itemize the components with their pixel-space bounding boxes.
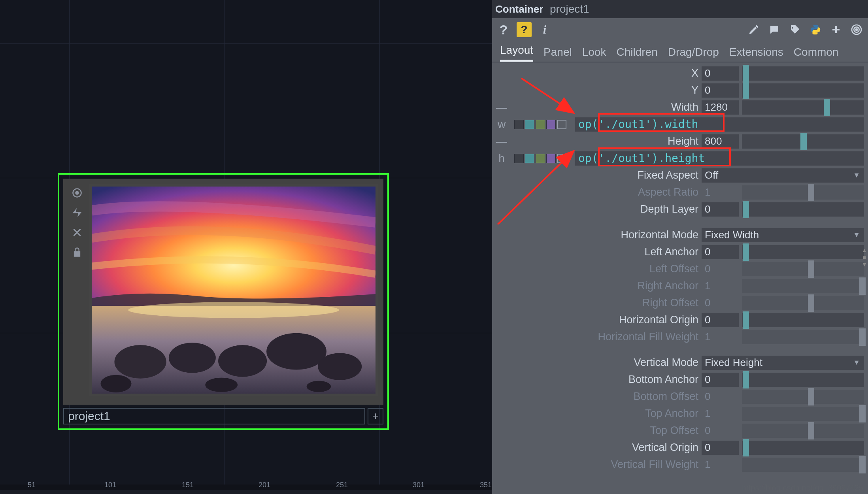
node-viewer	[89, 184, 378, 396]
network-viewport[interactable]: project1 + 51 101 151 201 251 301 351	[0, 0, 492, 490]
target-icon[interactable]	[849, 22, 864, 37]
v-origin[interactable]	[702, 441, 739, 455]
h-origin[interactable]	[702, 313, 739, 327]
x-slider[interactable]	[742, 66, 864, 81]
timeline-ruler: 51 101 151 201 251 301 351	[0, 485, 492, 490]
bypass-icon[interactable]	[68, 204, 86, 221]
hmode-select[interactable]: Fixed Width▼	[702, 228, 864, 242]
y-value[interactable]	[702, 83, 739, 98]
panel-header: Container project1	[492, 0, 868, 18]
svg-point-1	[76, 192, 79, 194]
w-mode-swatches[interactable]	[514, 120, 566, 129]
tab-panel[interactable]: Panel	[543, 46, 572, 62]
height-slider[interactable]	[742, 134, 864, 149]
x-value[interactable]	[702, 66, 739, 81]
svg-point-9	[218, 345, 267, 377]
h-mode-swatches[interactable]	[514, 154, 566, 163]
aspect-value: 1	[702, 185, 739, 199]
scroll-affordance[interactable]: ▲■▼	[861, 247, 868, 271]
svg-point-6	[128, 302, 339, 318]
svg-point-12	[101, 375, 132, 392]
svg-point-14	[307, 381, 331, 392]
tab-common[interactable]: Common	[794, 46, 839, 62]
info-icon[interactable]: i	[537, 22, 552, 37]
width-slider[interactable]	[742, 100, 864, 115]
fixed-aspect-select[interactable]: Off▼	[702, 168, 864, 183]
svg-point-13	[205, 378, 238, 392]
node-add-output-icon[interactable]: +	[368, 408, 383, 424]
python-icon[interactable]	[808, 22, 823, 37]
parameter-panel: Container project1 ? ? i + Layout Panel …	[492, 0, 868, 494]
edit-icon[interactable]	[746, 22, 761, 37]
y-slider[interactable]	[742, 83, 864, 98]
w-expression[interactable]	[575, 117, 864, 132]
svg-point-7	[114, 345, 166, 379]
tab-look[interactable]: Look	[582, 46, 606, 62]
python-help-icon[interactable]: ?	[517, 22, 532, 37]
bottom-anchor[interactable]	[702, 373, 739, 387]
svg-point-11	[318, 353, 362, 380]
node-name-field[interactable]: project1	[63, 408, 365, 424]
h-expression[interactable]	[575, 151, 864, 166]
operator-name[interactable]: project1	[540, 3, 868, 15]
tab-layout[interactable]: Layout	[500, 44, 533, 62]
vmode-select[interactable]: Fixed Height▼	[702, 356, 864, 370]
clone-immune-icon[interactable]	[68, 243, 86, 261]
tag-icon[interactable]	[787, 22, 802, 37]
tab-children[interactable]: Children	[616, 46, 657, 62]
left-anchor[interactable]	[702, 245, 739, 259]
svg-point-8	[169, 343, 216, 373]
tab-dragdrop[interactable]: Drag/Drop	[668, 46, 719, 62]
svg-point-10	[266, 333, 326, 370]
tab-extensions[interactable]: Extensions	[729, 46, 783, 62]
depth-value[interactable]	[702, 202, 739, 217]
watermark: https://blog.csdn.net/qq_39097425	[742, 483, 863, 492]
sunset-image	[92, 187, 376, 394]
comp-node[interactable]: project1 +	[58, 173, 389, 430]
help-icon[interactable]: ?	[496, 22, 511, 37]
viewer-active-icon[interactable]	[68, 184, 86, 202]
lock-close-icon[interactable]	[68, 224, 86, 241]
height-value[interactable]	[702, 134, 739, 149]
add-icon[interactable]: +	[828, 22, 843, 37]
param-list: X Y —Width w —Height h	[492, 62, 868, 494]
svg-point-17	[856, 29, 857, 30]
param-page-tabs: Layout Panel Look Children Drag/Drop Ext…	[492, 41, 868, 62]
width-value[interactable]	[702, 100, 739, 115]
comment-icon[interactable]	[767, 22, 782, 37]
